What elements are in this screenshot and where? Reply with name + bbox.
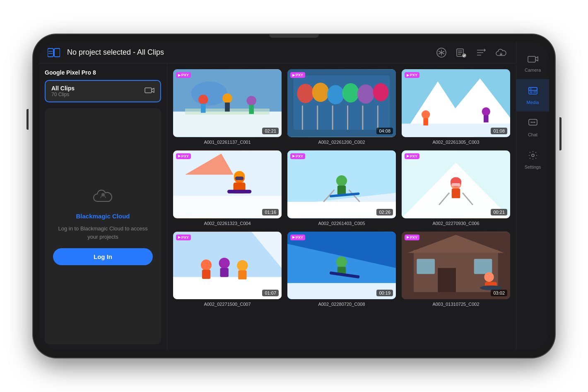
sort-icon <box>476 47 487 58</box>
device-name: Google Pixel Pro 8 <box>45 69 161 76</box>
clip-item[interactable]: ▶ PXY 03:02 A003_01310725_C002 <box>402 232 510 307</box>
pxy-badge: ▶ PXY <box>405 153 419 159</box>
clip-duration: 02:21 <box>262 128 279 134</box>
side-button-left <box>27 109 29 130</box>
filter-button[interactable] <box>434 45 449 60</box>
app-header: No project selected - All Clips <box>39 42 516 63</box>
svg-rect-47 <box>423 118 428 125</box>
clip-duration: 03:02 <box>491 290 507 296</box>
svg-point-95 <box>484 272 494 281</box>
clip-item[interactable]: ▶ PXY 01:08 A002_02261305_C003 <box>402 69 510 145</box>
svg-point-77 <box>201 259 212 270</box>
thumb-figure <box>173 150 282 218</box>
sidebar: Google Pixel Pro 8 All Clips 70 Clips <box>39 63 167 350</box>
nav-item-camera[interactable]: Camera <box>516 48 549 79</box>
clip-name: A002_02261403_C005 <box>287 221 396 226</box>
login-button[interactable]: Log In <box>53 248 153 265</box>
svg-rect-25 <box>225 102 230 111</box>
clip-name: A003_01310725_C002 <box>402 302 510 307</box>
cloud-button[interactable] <box>494 45 508 60</box>
side-button-right <box>559 117 561 150</box>
clip-item[interactable]: ▶ PXY 00:19 A002_02280720_C008 <box>287 232 396 307</box>
svg-rect-57 <box>235 177 243 180</box>
clip-collection-info: All Clips 70 Clips <box>51 85 75 97</box>
clip-item[interactable]: ▶ PXY 02:21 A001_02261137_C001 <box>173 69 282 145</box>
svg-rect-82 <box>238 270 246 279</box>
clip-item[interactable]: ▶ PXY 01:07 A002_02271500_C007 <box>173 232 282 307</box>
svg-rect-78 <box>202 270 210 279</box>
main-content: ▶ PXY 02:21 A001_02261137_C001 ▶ <box>167 63 516 350</box>
svg-point-35 <box>373 83 389 102</box>
clip-duration: 01:16 <box>262 209 279 215</box>
nav-label-chat: Chat <box>528 132 537 137</box>
svg-rect-69 <box>452 189 460 198</box>
svg-point-102 <box>530 91 532 93</box>
sort-button[interactable] <box>474 45 489 60</box>
clip-collection-count: 70 Clips <box>51 92 75 97</box>
clip-name: A002_02271500_C007 <box>173 302 282 307</box>
clip-collection-name: All Clips <box>51 85 75 92</box>
thumb-figure <box>173 232 282 300</box>
svg-point-109 <box>532 154 534 157</box>
sidebar-toggle-button[interactable] <box>46 47 61 58</box>
svg-point-34 <box>357 85 374 104</box>
clip-name: A002_02270930_C006 <box>402 221 510 226</box>
media-icon <box>528 86 538 98</box>
clip-duration: 01:08 <box>491 128 507 134</box>
svg-rect-80 <box>220 268 229 277</box>
clip-thumbnail: ▶ PXY 04:08 <box>287 69 396 137</box>
app-body: Google Pixel Pro 8 All Clips 70 Clips <box>39 63 516 350</box>
thumb-figure <box>402 232 510 300</box>
checklist-button[interactable] <box>454 45 469 60</box>
svg-rect-73 <box>452 183 460 186</box>
svg-point-30 <box>297 84 314 103</box>
svg-rect-0 <box>48 48 53 57</box>
svg-point-107 <box>532 122 533 123</box>
svg-point-48 <box>482 107 490 116</box>
svg-point-24 <box>222 94 232 103</box>
cloud-description: Log in to Blackmagic Cloud to access you… <box>53 225 153 241</box>
svg-point-108 <box>534 122 535 123</box>
all-clips-item[interactable]: All Clips 70 Clips <box>45 80 161 102</box>
clip-thumbnail: ▶ PXY 01:08 <box>402 69 510 137</box>
clip-name: A002_02280720_C008 <box>287 302 396 307</box>
thumb-figure <box>402 150 510 218</box>
svg-rect-49 <box>484 115 489 122</box>
svg-rect-99 <box>529 87 537 94</box>
nav-item-media[interactable]: Media <box>516 79 549 111</box>
svg-point-79 <box>219 257 230 268</box>
clip-thumbnail: ▶ PXY 00:21 <box>402 150 510 218</box>
clip-thumbnail: ▶ PXY 01:16 <box>173 150 282 218</box>
thumb-figure <box>287 69 396 137</box>
svg-point-61 <box>336 175 347 186</box>
cloud-title-blue: Cloud <box>112 213 130 220</box>
clip-item[interactable]: ▶ PXY 02:26 A002_02261403_C005 <box>287 150 396 226</box>
nav-item-settings[interactable]: Settings <box>516 144 549 176</box>
svg-point-106 <box>530 122 532 123</box>
svg-point-101 <box>530 88 531 90</box>
svg-rect-93 <box>417 259 435 273</box>
nav-label-settings: Settings <box>525 165 541 169</box>
clip-duration: 02:26 <box>376 209 393 215</box>
clip-name: A002_02261323_C004 <box>173 221 282 226</box>
header-actions <box>434 45 508 60</box>
clip-item[interactable]: ▶ PXY 00:21 A002_02270930_C006 <box>402 150 510 226</box>
clip-duration: 00:19 <box>376 290 393 296</box>
nav-item-chat[interactable]: Chat <box>516 111 549 144</box>
phone-device: No project selected - All Clips <box>33 34 555 358</box>
svg-point-31 <box>312 82 329 102</box>
clip-thumbnail: ▶ PXY 00:19 <box>287 232 396 300</box>
cloud-title-black: Blackmagic <box>76 213 110 220</box>
clip-thumbnail: ▶ PXY 02:21 <box>173 69 282 137</box>
cloud-login-area: Blackmagic Cloud Log in to Blackmagic Cl… <box>45 108 161 344</box>
page-title: No project selected - All Clips <box>67 48 434 57</box>
clip-duration: 04:08 <box>376 128 393 134</box>
clips-grid: ▶ PXY 02:21 A001_02261137_C001 ▶ <box>173 69 510 307</box>
checklist-icon <box>456 47 467 58</box>
svg-point-46 <box>422 110 430 119</box>
clip-item[interactable]: ▶ PXY 04:08 A002_02261200_C002 <box>287 69 396 145</box>
svg-point-86 <box>336 256 347 267</box>
clip-item[interactable]: ▶ PXY 01:16 A002_02261323_C004 <box>173 150 282 226</box>
cloud-icon <box>495 48 507 57</box>
thumb-figure <box>402 69 510 137</box>
